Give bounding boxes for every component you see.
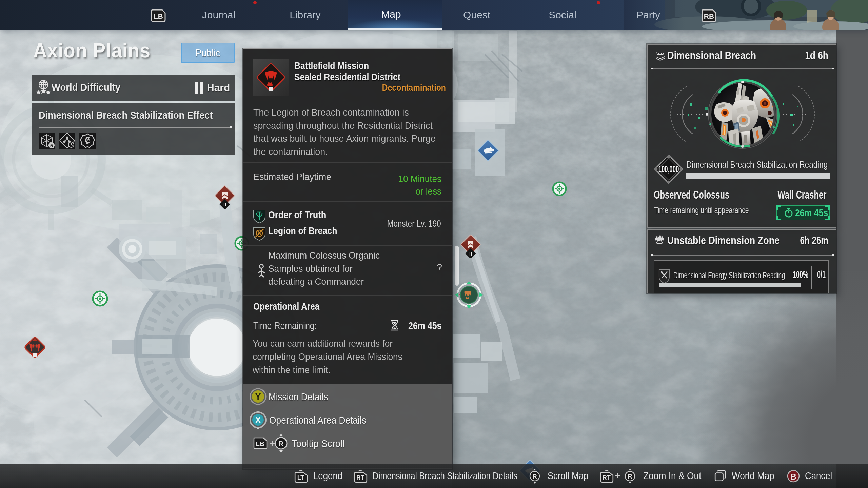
svg-text:II: II: [469, 251, 472, 257]
svg-text:5: 5: [50, 143, 53, 148]
svg-text:100,000: 100,000: [658, 163, 679, 175]
svg-text:R: R: [533, 473, 537, 480]
svg-text:RB: RB: [704, 12, 714, 20]
svg-text:LB: LB: [256, 440, 264, 447]
svg-text:LT: LT: [297, 474, 304, 481]
svg-text:Y: Y: [255, 392, 261, 401]
svg-text:X: X: [255, 415, 261, 425]
svg-text:RT: RT: [603, 474, 611, 481]
svg-text:LB: LB: [154, 12, 163, 20]
svg-text:R: R: [278, 440, 283, 447]
svg-text:R: R: [628, 473, 632, 480]
svg-text:II: II: [223, 202, 226, 207]
svg-text:B: B: [790, 472, 796, 481]
svg-text:RT: RT: [356, 474, 364, 481]
